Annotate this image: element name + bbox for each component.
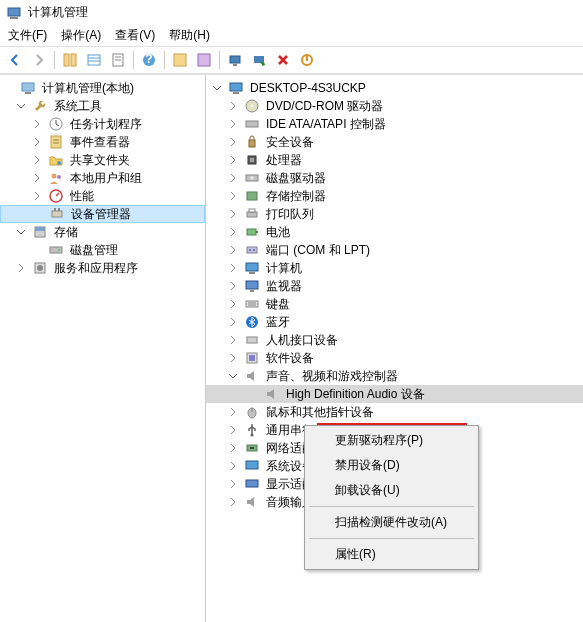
svg-rect-28	[52, 211, 62, 217]
tb-disable-button[interactable]	[296, 49, 318, 71]
back-button[interactable]	[4, 49, 26, 71]
chevron-right-icon[interactable]	[226, 279, 240, 293]
svg-rect-48	[247, 212, 257, 217]
chevron-right-icon[interactable]	[226, 261, 240, 275]
cat-print-queues[interactable]: 打印队列	[206, 205, 583, 223]
cat-dvd[interactable]: DVD/CD-ROM 驱动器	[206, 97, 583, 115]
chevron-down-icon[interactable]	[14, 225, 28, 239]
chevron-right-icon[interactable]	[226, 171, 240, 185]
svg-rect-18	[22, 83, 34, 91]
left-system-tools[interactable]: 系统工具	[0, 97, 205, 115]
right-root[interactable]: DESKTOP-4S3UCKP	[206, 79, 583, 97]
left-device-manager[interactable]: 设备管理器	[0, 205, 205, 223]
security-icon	[244, 134, 260, 150]
chevron-right-icon[interactable]	[226, 477, 240, 491]
svg-rect-72	[246, 480, 258, 487]
chevron-right-icon[interactable]	[30, 153, 44, 167]
cat-keyboards[interactable]: 键盘	[206, 295, 583, 313]
chevron-down-icon[interactable]	[210, 81, 224, 95]
monitor-icon	[244, 278, 260, 294]
left-performance[interactable]: 性能	[0, 187, 205, 205]
svg-rect-2	[64, 54, 69, 66]
cat-bluetooth[interactable]: 蓝牙	[206, 313, 583, 331]
ctx-disable-device[interactable]: 禁用设备(D)	[307, 453, 476, 478]
display-adapter-icon	[244, 476, 260, 492]
chevron-right-icon[interactable]	[30, 135, 44, 149]
tb-scan-button[interactable]	[224, 49, 246, 71]
device-hd-audio[interactable]: High Definition Audio 设备	[206, 385, 583, 403]
cat-batteries[interactable]: 电池	[206, 223, 583, 241]
svg-rect-32	[35, 227, 45, 231]
chevron-right-icon[interactable]	[226, 405, 240, 419]
forward-button[interactable]	[28, 49, 50, 71]
cat-ide[interactable]: IDE ATA/ATAPI 控制器	[206, 115, 583, 133]
cat-monitors[interactable]: 监视器	[206, 277, 583, 295]
chevron-right-icon[interactable]	[226, 351, 240, 365]
chevron-right-icon[interactable]	[226, 153, 240, 167]
cat-mice[interactable]: 鼠标和其他指针设备	[206, 403, 583, 421]
ctx-update-driver[interactable]: 更新驱动程序(P)	[307, 428, 476, 453]
tb-icon-2[interactable]	[193, 49, 215, 71]
menu-help[interactable]: 帮助(H)	[169, 27, 210, 44]
ctx-scan-hardware[interactable]: 扫描检测硬件改动(A)	[307, 510, 476, 535]
ctx-uninstall-device[interactable]: 卸载设备(U)	[307, 478, 476, 503]
svg-rect-51	[256, 231, 258, 233]
cat-software-dev[interactable]: 软件设备	[206, 349, 583, 367]
left-services[interactable]: 服务和应用程序	[0, 259, 205, 277]
chevron-right-icon[interactable]	[226, 225, 240, 239]
chevron-right-icon[interactable]	[226, 333, 240, 347]
svg-point-54	[253, 249, 255, 251]
tb-update-button[interactable]	[248, 49, 270, 71]
cpu-icon	[244, 152, 260, 168]
left-shared-folders[interactable]: 共享文件夹	[0, 151, 205, 169]
chevron-right-icon[interactable]	[226, 423, 240, 437]
chevron-right-icon[interactable]	[226, 441, 240, 455]
cat-storage-ctrl[interactable]: 存储控制器	[206, 187, 583, 205]
wrench-icon	[32, 98, 48, 114]
tb-remove-button[interactable]	[272, 49, 294, 71]
chevron-right-icon[interactable]	[226, 297, 240, 311]
chevron-down-icon[interactable]	[226, 369, 240, 383]
show-hide-button[interactable]	[59, 49, 81, 71]
cat-security[interactable]: 安全设备	[206, 133, 583, 151]
printer-icon	[244, 206, 260, 222]
toolbar: ?	[0, 46, 583, 74]
left-event-viewer[interactable]: 事件查看器	[0, 133, 205, 151]
svg-rect-44	[250, 158, 254, 162]
chevron-right-icon[interactable]	[226, 459, 240, 473]
left-storage[interactable]: 存储	[0, 223, 205, 241]
cat-disk-drives[interactable]: 磁盘驱动器	[206, 169, 583, 187]
audio-io-icon	[244, 494, 260, 510]
ctx-properties[interactable]: 属性(R)	[307, 542, 476, 567]
left-local-users[interactable]: 本地用户和组	[0, 169, 205, 187]
left-root[interactable]: 计算机管理(本地)	[0, 79, 205, 97]
cat-sound[interactable]: 声音、视频和游戏控制器	[206, 367, 583, 385]
tb-icon-1[interactable]	[169, 49, 191, 71]
chevron-right-icon[interactable]	[30, 171, 44, 185]
chevron-down-icon[interactable]	[14, 99, 28, 113]
help-button[interactable]: ?	[138, 49, 160, 71]
chevron-right-icon[interactable]	[14, 261, 28, 275]
menu-view[interactable]: 查看(V)	[115, 27, 155, 44]
svg-rect-56	[249, 272, 255, 274]
cat-processors[interactable]: 处理器	[206, 151, 583, 169]
cat-hid[interactable]: 人机接口设备	[206, 331, 583, 349]
chevron-right-icon[interactable]	[226, 495, 240, 509]
chevron-right-icon[interactable]	[30, 189, 44, 203]
chevron-right-icon[interactable]	[226, 135, 240, 149]
left-disk-mgmt[interactable]: 磁盘管理	[0, 241, 205, 259]
chevron-right-icon[interactable]	[30, 117, 44, 131]
cat-computer[interactable]: 计算机	[206, 259, 583, 277]
properties-button[interactable]	[107, 49, 129, 71]
menu-action[interactable]: 操作(A)	[61, 27, 101, 44]
menu-file[interactable]: 文件(F)	[8, 27, 47, 44]
chevron-right-icon[interactable]	[226, 189, 240, 203]
chevron-right-icon[interactable]	[226, 207, 240, 221]
chevron-right-icon[interactable]	[226, 99, 240, 113]
view-button[interactable]	[83, 49, 105, 71]
chevron-right-icon[interactable]	[226, 315, 240, 329]
chevron-right-icon[interactable]	[226, 243, 240, 257]
left-task-scheduler[interactable]: 任务计划程序	[0, 115, 205, 133]
chevron-right-icon[interactable]	[226, 117, 240, 131]
cat-ports[interactable]: 端口 (COM 和 LPT)	[206, 241, 583, 259]
